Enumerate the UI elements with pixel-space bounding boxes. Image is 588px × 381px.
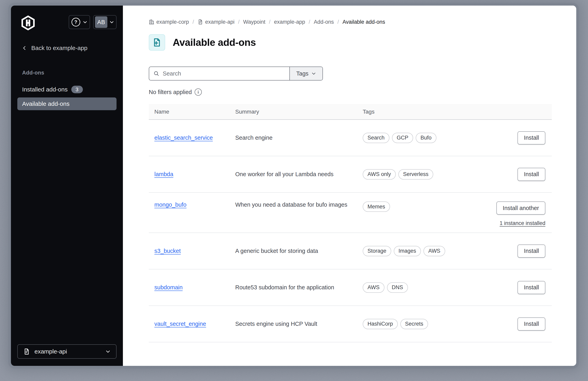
- addon-name-link[interactable]: elastic_search_service: [154, 134, 213, 141]
- help-icon: ?: [71, 18, 80, 26]
- install-another-button[interactable]: Install another: [496, 201, 545, 215]
- project-switcher[interactable]: example-api: [17, 344, 117, 359]
- breadcrumb-item[interactable]: Add-ons: [314, 19, 334, 25]
- column-header-summary: Summary: [235, 109, 363, 115]
- install-button[interactable]: Install: [518, 281, 545, 294]
- breadcrumb-separator: /: [193, 19, 194, 25]
- table-row: s3_bucketA generic bucket for storing da…: [149, 233, 552, 269]
- tag-pill: Storage: [363, 246, 391, 256]
- table-row: mongo_bufoWhen you need a database for b…: [149, 193, 552, 233]
- search-bar: Tags: [149, 66, 323, 81]
- main-content: example-corp/example-api/Waypoint/exampl…: [123, 6, 576, 366]
- sidebar-item-available-add-ons[interactable]: Available add-ons: [17, 97, 117, 110]
- install-button[interactable]: Install: [518, 168, 545, 181]
- sidebar: ? AB Back to example-app Add-ons Install…: [11, 6, 123, 366]
- tags-filter-button[interactable]: Tags: [289, 67, 322, 80]
- back-to-app-link[interactable]: Back to example-app: [22, 45, 87, 51]
- addon-summary: Search engine: [235, 134, 363, 141]
- tag-pill: Bufo: [416, 133, 436, 143]
- addon-tags: AWS onlyServerless: [363, 169, 492, 180]
- sidebar-item-installed-add-ons[interactable]: Installed add-ons 3: [17, 83, 117, 96]
- addon-summary: Secrets engine using HCP Vault: [235, 321, 363, 327]
- chevron-down-icon: [311, 71, 316, 76]
- tag-pill: AWS only: [363, 169, 396, 180]
- breadcrumb: example-corp/example-api/Waypoint/exampl…: [149, 18, 552, 25]
- tag-pill: HashiCorp: [363, 319, 398, 329]
- tag-pill: Images: [394, 246, 421, 256]
- addon-name-link[interactable]: mongo_bufo: [154, 201, 187, 208]
- addon-summary: Route53 subdomain for the application: [235, 284, 363, 291]
- addon-name-link[interactable]: lambda: [154, 171, 173, 177]
- install-button[interactable]: Install: [518, 245, 545, 258]
- table-header: Name Summary Tags: [149, 104, 552, 120]
- tag-pill: Serverless: [398, 169, 433, 180]
- tag-pill: Secrets: [400, 319, 428, 329]
- install-button[interactable]: Install: [518, 318, 545, 331]
- breadcrumb-item: Available add-ons: [342, 19, 385, 25]
- breadcrumb-separator: /: [309, 19, 310, 25]
- page-title: Available add-ons: [173, 37, 256, 48]
- chevron-down-icon: [109, 20, 114, 24]
- table-row: subdomainRoute53 subdomain for the appli…: [149, 269, 552, 306]
- user-menu-button[interactable]: AB: [93, 15, 117, 29]
- breadcrumb-item[interactable]: example-app: [274, 19, 305, 25]
- search-icon: [154, 70, 159, 77]
- hashicorp-logo-icon: [21, 16, 35, 30]
- tag-pill: Memes: [363, 201, 390, 212]
- file-plus-icon: [149, 34, 165, 51]
- column-header-tags: Tags: [363, 109, 492, 115]
- table-row: lambdaOne worker for all your Lambda nee…: [149, 156, 552, 193]
- addon-name-link[interactable]: vault_secret_engine: [154, 321, 206, 327]
- install-button[interactable]: Install: [518, 131, 545, 145]
- tag-pill: AWS: [423, 246, 445, 256]
- addon-tags: StorageImagesAWS: [363, 246, 492, 256]
- addon-tags: Memes: [363, 193, 492, 212]
- breadcrumb-separator: /: [337, 19, 339, 25]
- add-ons-table: Name Summary Tags elastic_search_service…: [149, 104, 552, 342]
- chevron-down-icon: [105, 349, 110, 354]
- sidebar-section-label: Add-ons: [22, 70, 123, 76]
- addon-summary: When you need a database for bufo images: [235, 193, 363, 208]
- search-input[interactable]: [162, 70, 289, 77]
- tag-pill: DNS: [387, 282, 408, 293]
- addon-tags: AWSDNS: [363, 282, 492, 293]
- breadcrumb-separator: /: [269, 19, 271, 25]
- filters-status-text: No filters applied: [149, 89, 192, 95]
- org-icon: [149, 19, 154, 25]
- project-switcher-label: example-api: [34, 348, 67, 355]
- breadcrumb-item[interactable]: example-api: [198, 19, 234, 25]
- addon-tags: HashiCorpSecrets: [363, 319, 492, 329]
- count-badge: 3: [71, 86, 83, 93]
- column-header-name: Name: [149, 109, 235, 115]
- help-menu-button[interactable]: ?: [69, 15, 90, 29]
- addon-summary: A generic bucket for storing data: [235, 248, 363, 254]
- breadcrumb-item[interactable]: example-corp: [149, 19, 189, 25]
- file-icon: [198, 19, 203, 25]
- tag-pill: GCP: [392, 133, 413, 143]
- addon-tags: SearchGCPBufo: [363, 133, 492, 143]
- tag-pill: AWS: [363, 282, 384, 293]
- addon-name-link[interactable]: s3_bucket: [154, 248, 181, 254]
- sidebar-item-label: Available add-ons: [22, 100, 69, 107]
- info-icon[interactable]: i: [195, 88, 202, 96]
- instances-installed-link[interactable]: 1 instance installed: [500, 220, 545, 226]
- avatar: AB: [95, 16, 107, 28]
- addon-summary: One worker for all your Lambda needs: [235, 171, 363, 178]
- table-row: elastic_search_serviceSearch engineSearc…: [149, 120, 552, 156]
- table-row: vault_secret_engineSecrets engine using …: [149, 306, 552, 342]
- breadcrumb-separator: /: [238, 19, 240, 25]
- table-body: elastic_search_serviceSearch engineSearc…: [149, 120, 552, 342]
- tags-filter-label: Tags: [296, 70, 308, 77]
- chevron-down-icon: [83, 20, 87, 24]
- breadcrumb-item[interactable]: Waypoint: [243, 19, 266, 25]
- tag-pill: Search: [363, 133, 389, 143]
- file-icon: [23, 348, 30, 355]
- chevron-left-icon: [22, 46, 27, 50]
- app-window: ? AB Back to example-app Add-ons Install…: [11, 6, 576, 366]
- addon-name-link[interactable]: subdomain: [154, 284, 183, 291]
- back-link-label: Back to example-app: [31, 45, 87, 51]
- sidebar-item-label: Installed add-ons: [22, 86, 68, 93]
- sidebar-nav: Installed add-ons 3 Available add-ons: [17, 83, 117, 110]
